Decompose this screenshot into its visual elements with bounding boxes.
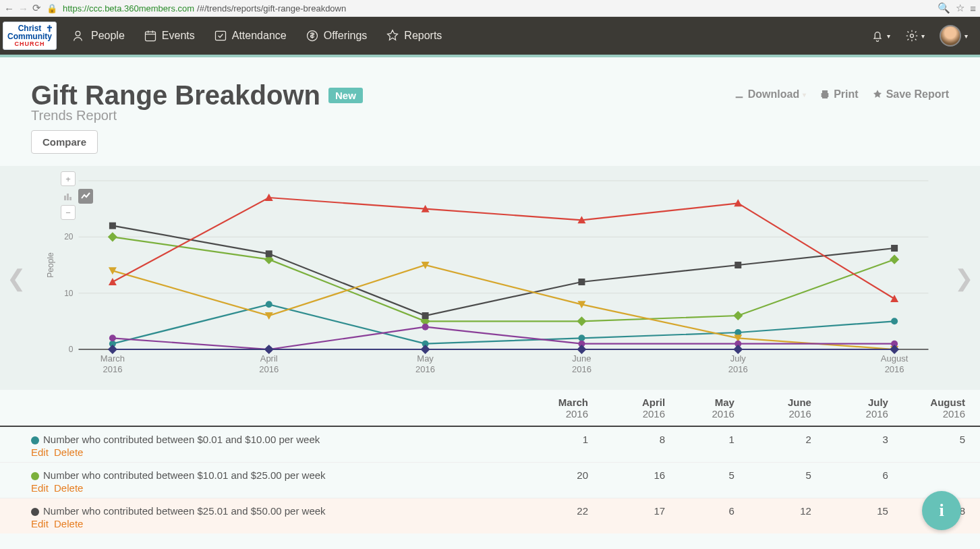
lock-icon: 🔒	[47, 3, 57, 13]
svg-rect-46	[734, 262, 741, 268]
zoom-out-icon[interactable]: −	[61, 205, 76, 220]
svg-text:June: June	[572, 353, 591, 364]
table-row: Number who contributed between $10.01 an…	[0, 462, 980, 498]
svg-text:August: August	[881, 353, 909, 364]
notifications-icon[interactable]: ▾	[871, 29, 890, 42]
page-title: Gift Range Breakdown New	[31, 80, 363, 111]
save-report-button[interactable]: Save Report	[872, 88, 949, 100]
svg-point-50	[422, 324, 429, 330]
svg-rect-2	[215, 31, 225, 40]
svg-rect-44	[422, 312, 429, 319]
svg-point-48	[109, 335, 116, 341]
new-badge: New	[328, 88, 363, 103]
chart-container: ❮ ❯ + − 0102030March2016April2016May2016…	[0, 166, 980, 390]
nav-people[interactable]: People	[70, 25, 127, 47]
svg-text:March: March	[100, 353, 125, 364]
compare-button[interactable]: Compare	[31, 130, 98, 154]
svg-rect-45	[578, 279, 585, 285]
chevron-down-icon: ▾	[803, 91, 806, 98]
svg-text:April: April	[260, 353, 278, 364]
top-nav: ✝ Christ Community CHURCH People Events …	[0, 17, 980, 55]
svg-text:2016: 2016	[415, 364, 435, 374]
nav-events[interactable]: Events	[141, 25, 198, 47]
nav-offerings[interactable]: Offerings	[303, 25, 370, 47]
delete-link[interactable]: Delete	[54, 446, 83, 458]
bar-mode-icon[interactable]	[61, 189, 76, 204]
svg-rect-42	[109, 223, 116, 229]
edit-link[interactable]: Edit	[31, 446, 49, 458]
info-fab[interactable]: i	[922, 491, 961, 530]
svg-point-0	[76, 31, 80, 36]
svg-text:People: People	[46, 252, 55, 278]
user-menu[interactable]: ▾	[940, 25, 968, 47]
svg-text:2016: 2016	[259, 364, 279, 374]
browser-chrome: ← → ⟳ 🔒 https://ccc.beta.360members.com/…	[0, 0, 980, 17]
svg-rect-6	[67, 194, 69, 200]
edit-link[interactable]: Edit	[31, 482, 49, 494]
svg-text:0: 0	[69, 345, 74, 354]
svg-rect-7	[69, 197, 71, 200]
url-bar[interactable]: https://ccc.beta.360members.com/#/trends…	[63, 3, 932, 13]
forward-icon[interactable]: →	[18, 3, 28, 14]
avatar	[940, 25, 961, 47]
delete-link[interactable]: Delete	[54, 518, 83, 529]
menu-icon[interactable]: ≡	[970, 3, 976, 14]
svg-point-4	[911, 34, 914, 38]
svg-point-35	[891, 318, 898, 324]
svg-rect-54	[108, 345, 117, 354]
org-logo[interactable]: ✝ Christ Community CHURCH	[3, 22, 57, 51]
svg-text:May: May	[417, 353, 434, 364]
svg-rect-58	[733, 345, 743, 354]
svg-rect-56	[421, 345, 430, 354]
svg-rect-1	[145, 32, 155, 40]
star-icon[interactable]: ☆	[956, 2, 964, 14]
svg-text:20: 20	[64, 232, 74, 241]
reload-icon[interactable]: ⟳	[32, 2, 41, 14]
svg-point-31	[266, 301, 272, 308]
back-icon[interactable]: ←	[4, 3, 14, 14]
line-mode-icon[interactable]	[78, 189, 93, 204]
chart-next-icon[interactable]: ❯	[954, 264, 973, 291]
data-table: March2016April2016May2016June2016July201…	[0, 390, 980, 533]
svg-rect-55	[264, 345, 274, 354]
svg-rect-36	[108, 232, 117, 241]
svg-rect-43	[266, 250, 272, 257]
chart-tools: + −	[61, 171, 93, 220]
delete-link[interactable]: Delete	[54, 482, 83, 494]
edit-link[interactable]: Edit	[31, 518, 49, 529]
table-row: Number who contributed between $25.01 an…	[0, 498, 980, 533]
svg-rect-41	[890, 255, 899, 264]
svg-rect-5	[64, 196, 66, 200]
svg-text:2016: 2016	[572, 364, 592, 374]
svg-rect-40	[733, 311, 743, 320]
chart-prev-icon[interactable]: ❮	[7, 264, 26, 291]
table-row: Number who contributed between $0.01 and…	[0, 426, 980, 463]
print-button[interactable]: Print	[819, 88, 858, 100]
svg-rect-47	[891, 245, 898, 252]
nav-attendance[interactable]: Attendance	[211, 25, 289, 47]
svg-text:July: July	[730, 353, 747, 364]
nav-reports[interactable]: Reports	[383, 25, 444, 47]
svg-text:2016: 2016	[103, 364, 122, 374]
svg-rect-39	[577, 316, 586, 326]
svg-text:2016: 2016	[728, 364, 748, 374]
svg-rect-57	[577, 345, 586, 354]
download-button[interactable]: Download▾	[734, 88, 806, 100]
zoom-icon[interactable]: 🔍	[938, 2, 950, 14]
svg-text:10: 10	[64, 289, 74, 298]
line-chart: 0102030March2016April2016May2016June2016…	[31, 174, 949, 383]
svg-text:2016: 2016	[885, 364, 904, 374]
settings-icon[interactable]: ▾	[905, 29, 925, 42]
zoom-in-icon[interactable]: +	[61, 171, 76, 186]
